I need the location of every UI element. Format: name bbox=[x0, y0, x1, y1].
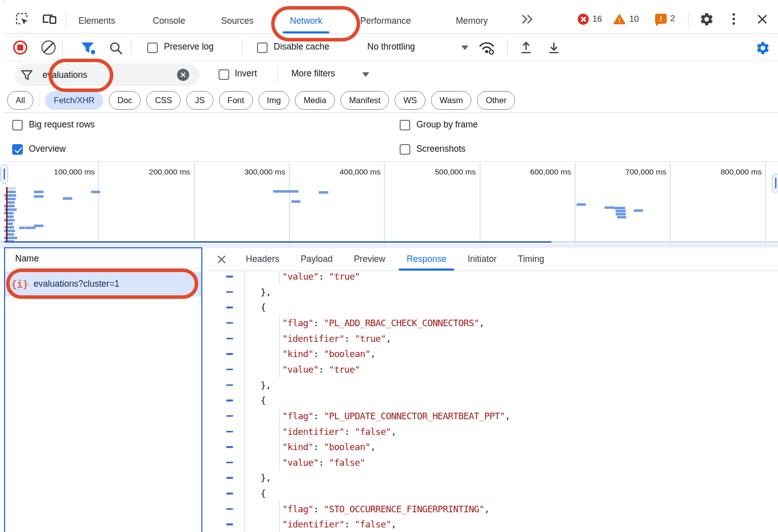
display-options: Big request rows Group by frame Overview… bbox=[4, 113, 778, 162]
resource-chip-wasm[interactable]: Wasm bbox=[431, 91, 471, 110]
close-detail-icon[interactable] bbox=[215, 248, 228, 271]
load-event-line bbox=[6, 187, 8, 243]
resource-chip-js[interactable]: JS bbox=[186, 91, 213, 110]
screenshots-checkbox[interactable] bbox=[400, 144, 410, 155]
response-line: { bbox=[204, 392, 778, 408]
detail-tab-timing[interactable]: Timing bbox=[507, 248, 555, 271]
overview-request-bar bbox=[319, 191, 328, 194]
indent-guide bbox=[279, 424, 280, 439]
resource-chip-all[interactable]: All bbox=[7, 91, 33, 110]
request-row[interactable]: {i}evaluations?cluster=1 bbox=[5, 272, 201, 296]
response-line: "identifier": "false", bbox=[204, 424, 778, 439]
issue-count-badge[interactable]: ! 2 bbox=[655, 14, 675, 24]
network-overview-timeline[interactable]: 100,000 ms200,000 ms300,000 ms400,000 ms… bbox=[0, 162, 778, 244]
response-line: "flag": "STO_OCCURRENCE_FINGERPRINTING", bbox=[204, 501, 778, 517]
overview-left-handle[interactable] bbox=[1, 164, 8, 184]
filter-input-pill[interactable] bbox=[15, 64, 200, 86]
filter-toggle-icon[interactable] bbox=[80, 40, 97, 56]
timeline-gridline bbox=[384, 163, 385, 244]
response-code-viewer[interactable]: "value": "true"},{"flag": "PL_ADD_RBAC_C… bbox=[204, 271, 778, 532]
divider bbox=[131, 39, 132, 56]
record-button[interactable] bbox=[13, 40, 27, 55]
export-har-icon[interactable] bbox=[547, 40, 561, 55]
tab-memory[interactable]: Memory bbox=[456, 11, 488, 31]
settings-gear-icon[interactable] bbox=[699, 12, 714, 27]
detail-tab-headers[interactable]: Headers bbox=[235, 248, 290, 271]
detail-tab-payload[interactable]: Payload bbox=[290, 248, 343, 271]
overview-request-bar bbox=[577, 203, 586, 206]
overview-request-bar bbox=[617, 216, 626, 218]
name-column-header[interactable]: Name bbox=[5, 248, 201, 269]
resource-chip-font[interactable]: Font bbox=[219, 91, 253, 110]
line-number-placeholder bbox=[226, 306, 233, 308]
inspect-element-icon[interactable] bbox=[14, 11, 29, 26]
more-filters-dropdown[interactable]: More filters bbox=[291, 68, 382, 81]
filter-text-input[interactable] bbox=[42, 67, 169, 82]
timeline-gridline bbox=[480, 163, 481, 244]
clear-filter-icon[interactable] bbox=[177, 69, 189, 81]
response-line: "value": "true" bbox=[204, 271, 778, 284]
more-panels-icon[interactable] bbox=[520, 13, 535, 28]
resource-chip-doc[interactable]: Doc bbox=[109, 91, 141, 110]
overview-request-bar bbox=[34, 195, 44, 198]
error-count-badge[interactable]: 16 bbox=[578, 14, 602, 25]
resource-chip-ws[interactable]: WS bbox=[395, 91, 425, 110]
line-number-placeholder bbox=[226, 462, 233, 464]
overview-request-bar bbox=[273, 190, 298, 193]
code-text: "value": "true" bbox=[282, 362, 360, 377]
search-icon[interactable] bbox=[108, 40, 123, 56]
resource-chip-media[interactable]: Media bbox=[295, 91, 335, 110]
overview-checkbox[interactable] bbox=[12, 144, 23, 155]
code-text: { bbox=[261, 392, 266, 408]
resource-chip-css[interactable]: CSS bbox=[146, 91, 181, 110]
line-number-placeholder bbox=[226, 369, 233, 371]
indent-guide bbox=[279, 271, 280, 284]
import-har-icon[interactable] bbox=[519, 40, 533, 55]
network-toolbar: Preserve log Disable cache No throttling bbox=[4, 34, 778, 61]
overview-right-handle[interactable] bbox=[772, 173, 778, 193]
detail-tab-preview[interactable]: Preview bbox=[343, 248, 396, 271]
detail-tab-initiator[interactable]: Initiator bbox=[457, 248, 507, 271]
warning-count-badge[interactable]: ! 10 bbox=[613, 14, 639, 25]
devtools-window: ElementsConsoleSourcesNetworkPerformance… bbox=[0, 0, 778, 532]
tab-console[interactable]: Console bbox=[153, 11, 185, 31]
device-toolbar-icon[interactable] bbox=[41, 11, 57, 26]
response-line: }, bbox=[204, 470, 778, 485]
resource-chip-fetch-xhr[interactable]: Fetch/XHR bbox=[45, 91, 103, 110]
code-text: "identifier": "false", bbox=[282, 424, 396, 439]
tab-sources[interactable]: Sources bbox=[221, 11, 253, 31]
tab-network[interactable]: Network bbox=[290, 11, 322, 31]
issue-icon: ! bbox=[655, 14, 667, 24]
group-by-frame-checkbox[interactable] bbox=[400, 120, 410, 130]
code-text: "kind": "boolean", bbox=[282, 346, 375, 362]
code-text: "identifier": "true", bbox=[282, 331, 391, 346]
invert-checkbox[interactable] bbox=[219, 69, 229, 80]
close-devtools-icon[interactable] bbox=[756, 13, 771, 28]
clear-log-button[interactable] bbox=[41, 40, 56, 55]
network-conditions-icon[interactable] bbox=[478, 39, 497, 57]
tab-elements[interactable]: Elements bbox=[78, 11, 115, 31]
throttling-select[interactable]: No throttling bbox=[367, 41, 473, 55]
tab-performance[interactable]: Performance bbox=[360, 11, 411, 31]
timeline-gridline bbox=[98, 163, 99, 244]
line-number-placeholder bbox=[226, 477, 233, 479]
big-request-rows-checkbox[interactable] bbox=[12, 120, 23, 130]
svg-text:!: ! bbox=[619, 17, 621, 24]
divider bbox=[277, 67, 278, 83]
resource-chip-manifest[interactable]: Manifest bbox=[340, 91, 389, 110]
resource-chip-img[interactable]: Img bbox=[258, 91, 290, 110]
code-text: "flag": "PL_ADD_RBAC_CHECK_CONNECTORS", bbox=[282, 315, 484, 331]
line-number-placeholder bbox=[226, 322, 233, 324]
preserve-log-checkbox[interactable] bbox=[147, 42, 158, 53]
network-settings-gear-icon[interactable] bbox=[755, 40, 770, 56]
big-request-rows-label: Big request rows bbox=[29, 119, 95, 130]
detail-tab-response[interactable]: Response bbox=[396, 248, 457, 271]
line-number-placeholder bbox=[226, 384, 233, 386]
more-options-icon[interactable] bbox=[732, 13, 735, 25]
disable-cache-checkbox[interactable] bbox=[257, 42, 268, 53]
json-braces-icon: {i} bbox=[11, 279, 28, 290]
gutter-border bbox=[244, 271, 245, 532]
overview-request-bar bbox=[4, 212, 14, 214]
filter-funnel-icon bbox=[20, 69, 33, 81]
resource-chip-other[interactable]: Other bbox=[477, 91, 515, 110]
